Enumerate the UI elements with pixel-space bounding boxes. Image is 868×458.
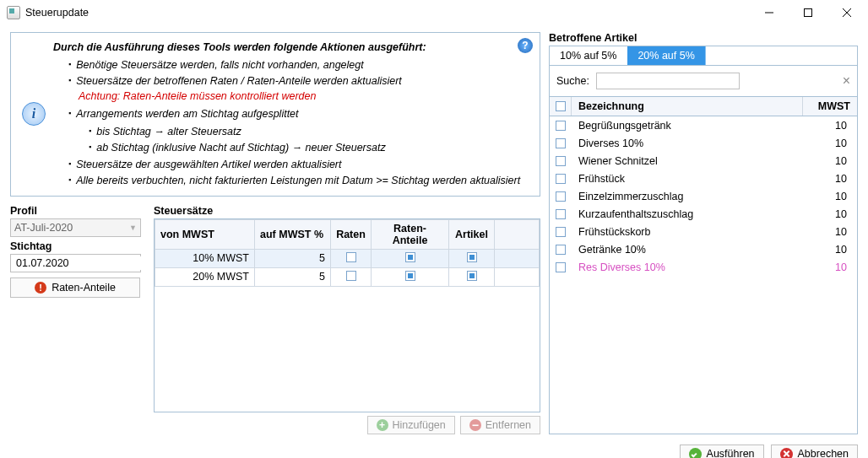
mid-row: Profil AT-Juli-2020 ▼ Stichtag ! Raten-A… bbox=[10, 202, 540, 434]
cancel-label: Abbrechen bbox=[798, 448, 849, 458]
list-item[interactable]: Frühstückskorb 10 bbox=[550, 223, 857, 240]
tab[interactable]: 10% auf 5% bbox=[550, 46, 627, 65]
cell-mwst: 10 bbox=[803, 120, 857, 132]
cell-mwst: 10 bbox=[803, 155, 857, 167]
close-button[interactable] bbox=[827, 0, 866, 25]
search-row: Suche: × bbox=[549, 66, 858, 96]
row-checkbox[interactable] bbox=[556, 121, 566, 131]
stichtag-label: Stichtag bbox=[10, 240, 145, 252]
cell-mwst: 10 bbox=[803, 226, 857, 238]
minimize-button[interactable] bbox=[750, 0, 789, 25]
info-panel: ? i Durch die Ausführung dieses Tools we… bbox=[10, 32, 540, 197]
info-icon-wrap: i bbox=[19, 40, 48, 189]
add-label: Hinzufügen bbox=[393, 419, 446, 431]
table-row[interactable]: 20% MWST 5 bbox=[155, 267, 540, 286]
list-item[interactable]: Wiener Schnitzel 10 bbox=[550, 152, 857, 170]
app-icon bbox=[7, 6, 20, 19]
list-item[interactable]: Res Diverses 10% 10 bbox=[550, 258, 857, 276]
list-item[interactable]: Kurzaufenthaltszuschlag 10 bbox=[550, 205, 857, 223]
grid-panel: Steuersätze von MWST auf MWST % Raten Ra… bbox=[154, 202, 540, 434]
row-checkbox[interactable] bbox=[556, 262, 566, 272]
cell-name: Begrüßungsgetränk bbox=[572, 120, 803, 132]
cell-auf[interactable]: 5 bbox=[255, 267, 331, 286]
maximize-button[interactable] bbox=[789, 0, 827, 25]
profil-dropdown[interactable]: AT-Juli-2020 ▼ bbox=[10, 218, 141, 237]
cell-name: Res Diverses 10% bbox=[572, 261, 803, 273]
col-von-mwst[interactable]: von MWST bbox=[155, 219, 255, 249]
cell-mwst: 10 bbox=[803, 173, 857, 185]
cell-anteile[interactable] bbox=[372, 267, 449, 286]
raten-anteile-label: Raten-Anteile bbox=[52, 282, 116, 294]
cell-name: Wiener Schnitzel bbox=[572, 155, 803, 167]
list-item[interactable]: Begrüßungsgetränk 10 bbox=[550, 116, 857, 134]
row-checkbox[interactable] bbox=[556, 209, 566, 219]
row-checkbox[interactable] bbox=[556, 227, 566, 237]
list-item[interactable]: Einzelzimmerzuschlag 10 bbox=[550, 187, 857, 205]
cell-von: 10% MWST bbox=[155, 249, 255, 267]
info-heading: Durch die Ausführung dieses Tools werden… bbox=[53, 40, 531, 56]
cell-artikel[interactable] bbox=[449, 249, 495, 267]
list-item[interactable]: Frühstück 10 bbox=[550, 170, 857, 187]
add-button[interactable]: +Hinzufügen bbox=[367, 416, 455, 434]
list-item[interactable]: Diverses 10% 10 bbox=[550, 134, 857, 152]
col-mwst[interactable]: MWST bbox=[803, 97, 857, 116]
cell-artikel[interactable] bbox=[449, 267, 495, 286]
artikel-list: Begrüßungsgetränk 10 Diverses 10% 10 Wie… bbox=[549, 116, 858, 434]
steuersaetze-grid: von MWST auf MWST % Raten Raten-Anteile … bbox=[154, 218, 540, 412]
cell-von: 20% MWST bbox=[155, 267, 255, 286]
row-checkbox[interactable] bbox=[556, 191, 566, 202]
row-checkbox[interactable] bbox=[556, 156, 566, 166]
footer: Ausführen Abbrechen bbox=[0, 439, 868, 458]
cell-name: Getränke 10% bbox=[572, 244, 803, 256]
cell-auf[interactable]: 5 bbox=[255, 249, 331, 267]
profil-label: Profil bbox=[10, 205, 145, 217]
svg-rect-1 bbox=[805, 9, 812, 17]
profil-value: AT-Juli-2020 bbox=[14, 222, 73, 234]
side-panel: Profil AT-Juli-2020 ▼ Stichtag ! Raten-A… bbox=[10, 202, 145, 434]
stichtag-input-wrap[interactable] bbox=[10, 254, 141, 272]
plus-icon: + bbox=[377, 419, 388, 431]
row-checkbox[interactable] bbox=[556, 174, 566, 184]
cell-mwst: 10 bbox=[803, 244, 857, 256]
info-warning: Achtung: Raten-Anteile müssen kontrollie… bbox=[53, 89, 531, 105]
clear-search-icon[interactable]: × bbox=[843, 73, 850, 89]
check-icon bbox=[689, 448, 702, 458]
warning-icon: ! bbox=[35, 282, 46, 294]
tab-bar: 10% auf 5%20% auf 5% bbox=[549, 46, 858, 66]
search-input[interactable] bbox=[596, 73, 740, 89]
col-raten-anteile[interactable]: Raten-Anteile bbox=[372, 219, 449, 249]
row-checkbox[interactable] bbox=[556, 138, 566, 148]
cell-raten[interactable] bbox=[331, 249, 372, 267]
stichtag-input[interactable] bbox=[14, 256, 150, 270]
execute-button[interactable]: Ausführen bbox=[680, 445, 764, 458]
col-bezeichnung[interactable]: Bezeichnung bbox=[572, 97, 803, 116]
table-row[interactable]: 10% MWST 5 bbox=[155, 249, 540, 267]
remove-button[interactable]: −Entfernen bbox=[460, 416, 540, 434]
cancel-button[interactable]: Abbrechen bbox=[771, 445, 858, 458]
info-line: Alle bereits verbuchten, nicht fakturier… bbox=[68, 173, 531, 189]
list-item[interactable]: Getränke 10% 10 bbox=[550, 240, 857, 258]
raten-anteile-button[interactable]: ! Raten-Anteile bbox=[10, 277, 140, 298]
right-column: Betroffene Artikel 10% auf 5%20% auf 5% … bbox=[549, 32, 858, 434]
help-icon[interactable]: ? bbox=[518, 38, 533, 53]
cell-name: Diverses 10% bbox=[572, 137, 803, 149]
col-auf-mwst[interactable]: auf MWST % bbox=[255, 219, 331, 249]
execute-label: Ausführen bbox=[707, 448, 755, 458]
row-checkbox[interactable] bbox=[556, 245, 566, 255]
info-subline: bis Stichtag → alter Steuersatz bbox=[89, 124, 531, 140]
select-all-checkbox[interactable] bbox=[556, 101, 566, 111]
cell-mwst: 10 bbox=[803, 137, 857, 149]
window-title: Steuerupdate bbox=[25, 7, 750, 19]
info-line: Benötige Steuersätze werden, falls nicht… bbox=[68, 57, 531, 73]
cell-raten[interactable] bbox=[331, 267, 372, 286]
cell-anteile[interactable] bbox=[372, 249, 449, 267]
cell-mwst: 10 bbox=[803, 208, 857, 220]
artikel-header: Bezeichnung MWST bbox=[549, 96, 858, 116]
col-artikel[interactable]: Artikel bbox=[449, 219, 495, 249]
tab[interactable]: 20% auf 5% bbox=[627, 46, 705, 65]
chevron-down-icon: ▼ bbox=[129, 224, 137, 232]
cell-name: Frühstück bbox=[572, 173, 803, 185]
info-subline: ab Stichtag (inklusive Nacht auf Stichta… bbox=[89, 140, 531, 156]
col-raten[interactable]: Raten bbox=[331, 219, 372, 249]
remove-label: Entfernen bbox=[486, 419, 531, 431]
